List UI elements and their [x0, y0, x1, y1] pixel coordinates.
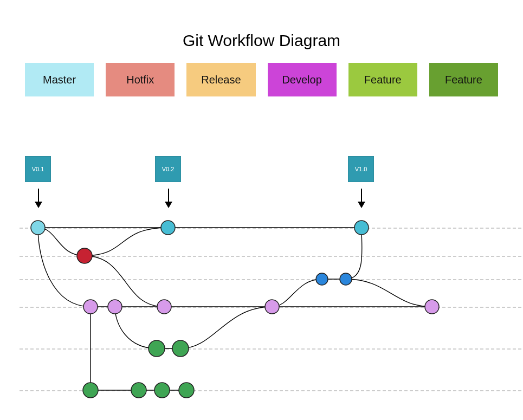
edge — [346, 228, 362, 279]
commit-develop — [108, 300, 122, 314]
commit-feature1 — [172, 340, 189, 357]
commit-release — [340, 273, 352, 285]
edge — [272, 279, 322, 307]
edge — [85, 228, 168, 256]
legend-feature-4: Feature — [348, 63, 417, 96]
edge — [346, 279, 432, 307]
tag-arrow-icon — [361, 189, 362, 207]
page-title: Git Workflow Diagram — [0, 0, 523, 63]
commit-feature2 — [83, 383, 98, 398]
commit-master — [354, 221, 369, 235]
version-tag-V1-0: V1.0 — [348, 156, 374, 182]
tag-arrow-icon — [38, 189, 39, 207]
commit-master — [161, 221, 175, 235]
edge — [115, 307, 157, 348]
commit-feature2 — [154, 383, 170, 398]
commit-develop — [83, 300, 98, 314]
edge — [180, 307, 272, 348]
commit-feature1 — [148, 340, 165, 357]
edge — [85, 256, 164, 307]
legend-row: MasterHotfixReleaseDevelopFeatureFeature — [0, 63, 523, 96]
edge — [38, 228, 91, 307]
commit-develop — [425, 300, 439, 314]
commit-feature2 — [179, 383, 194, 398]
commit-develop — [265, 300, 279, 314]
legend-develop-3: Develop — [268, 63, 337, 96]
legend-hotfix-1: Hotfix — [106, 63, 175, 96]
commit-master — [31, 221, 45, 235]
legend-release-2: Release — [186, 63, 255, 96]
commit-release — [316, 273, 328, 285]
commit-feature2 — [131, 383, 146, 398]
tag-arrow-icon — [168, 189, 169, 207]
legend-master-0: Master — [25, 63, 94, 96]
commit-hotfix — [77, 248, 92, 263]
git-graph — [20, 217, 521, 401]
version-tag-V0-1: V0.1 — [25, 156, 51, 182]
commit-develop — [157, 300, 171, 314]
legend-feature-5: Feature — [429, 63, 498, 96]
version-tag-V0-2: V0.2 — [155, 156, 181, 182]
edge — [38, 228, 85, 256]
